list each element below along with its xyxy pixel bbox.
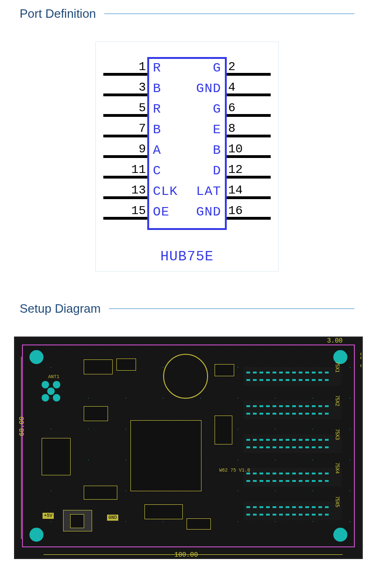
section-title-port: Port Definition xyxy=(20,7,96,21)
section-header-setup: Setup Diagram xyxy=(0,295,374,323)
pcb-board-outline: 75X1 75X2 75X3 75X4 75X5 ANT1 +5V GND W6… xyxy=(22,344,355,547)
pin-label: G xyxy=(213,102,221,116)
dim-height: 68.00 xyxy=(18,416,26,436)
hub75-tag: 75X2 xyxy=(335,395,340,406)
pin-number: 3 xyxy=(122,80,146,94)
pin-number: 15 xyxy=(122,204,146,218)
pin-lead xyxy=(103,217,147,220)
pin-label: A xyxy=(153,143,161,158)
pcb-buzzer xyxy=(163,354,208,399)
hub75-header: 75X2 xyxy=(244,401,342,419)
pin-number: 7 xyxy=(122,122,146,136)
section-divider xyxy=(104,14,354,14)
pcb-mcu xyxy=(130,420,201,491)
pin-label: B xyxy=(153,81,161,96)
pin-number: 13 xyxy=(122,183,146,197)
hub75-header: 75X4 xyxy=(244,468,342,487)
pin-label: D xyxy=(213,164,221,178)
pin-lead xyxy=(103,73,147,76)
pin-label: LAT xyxy=(196,184,221,199)
pin-label: B xyxy=(213,143,221,158)
section-title-setup: Setup Diagram xyxy=(20,301,101,316)
hub75-header: 75X5 xyxy=(244,502,342,520)
hub75-tag: 75X1 xyxy=(335,362,340,373)
pcb-component xyxy=(215,364,234,376)
hub75-tag: 75X3 xyxy=(335,429,340,440)
pin-label: GND xyxy=(196,81,221,96)
dim-width: 100.00 xyxy=(174,551,198,559)
pin-label: R xyxy=(153,102,161,116)
silk-label: W62 75 V1.0 xyxy=(219,468,250,473)
dim-margin: 3.00 xyxy=(42,559,58,559)
pcb-diagram: 75X1 75X2 75X3 75X4 75X5 ANT1 +5V GND W6… xyxy=(14,337,360,559)
pcb-component xyxy=(84,486,117,500)
pcb-component xyxy=(116,359,136,371)
pin-number: 1 xyxy=(122,60,146,74)
mount-hole xyxy=(333,528,347,542)
pin-number: 11 xyxy=(122,163,146,177)
mount-hole xyxy=(29,350,43,364)
pin-lead xyxy=(103,176,147,179)
pin-number: 14 xyxy=(228,183,252,197)
dim-line xyxy=(43,554,343,555)
silk-label: GND xyxy=(107,515,118,521)
port-definition-diagram: 1 R G 2 3 B GND 4 5 R G 6 7 B E 8 9 A B … xyxy=(95,42,279,272)
pin-label: G xyxy=(213,61,221,75)
pin-row: 9 A B 10 xyxy=(96,144,278,165)
pin-label: R xyxy=(153,61,161,75)
pin-label: GND xyxy=(196,205,221,219)
pin-label: OE xyxy=(153,205,170,219)
pin-number: 10 xyxy=(228,142,252,156)
pcb-component xyxy=(84,359,113,374)
pin-lead xyxy=(103,135,147,137)
pin-row: 11 C D 12 xyxy=(96,165,278,185)
pin-label: E xyxy=(213,122,221,137)
pin-row: 15 OE GND 16 xyxy=(96,206,278,226)
pcb-component xyxy=(84,406,108,421)
pcb-component xyxy=(215,416,232,445)
pin-number: 2 xyxy=(228,60,252,74)
pin-number: 9 xyxy=(122,142,146,156)
pcb-power-jack xyxy=(42,438,71,475)
pin-lead xyxy=(103,114,147,117)
pin-number: 12 xyxy=(228,163,252,177)
hub75-tag: 75X5 xyxy=(335,496,340,507)
pin-label: C xyxy=(153,164,161,178)
mount-hole xyxy=(29,528,43,542)
pin-number: 6 xyxy=(228,101,252,115)
dim-margin: 3.00 xyxy=(327,337,343,344)
chip-name: HUB75E xyxy=(96,249,278,265)
pcb-power-pad xyxy=(63,510,92,531)
pin-lead xyxy=(103,196,147,199)
dim-margin: 3.00 xyxy=(14,544,17,559)
silk-label: +5V xyxy=(43,513,54,519)
pin-row: 3 B GND 4 xyxy=(96,82,278,103)
pin-lead xyxy=(103,93,147,96)
pin-row: 5 R G 6 xyxy=(96,103,278,123)
hub75-header: 75X1 xyxy=(244,367,342,386)
section-header-port: Port Definition xyxy=(0,0,374,28)
pin-row: 13 CLK LAT 14 xyxy=(96,185,278,206)
dim-margin: 3.00 xyxy=(360,352,363,368)
pin-row: 1 R G 2 xyxy=(96,62,278,82)
pin-number: 5 xyxy=(122,101,146,115)
section-divider xyxy=(109,308,354,309)
pin-label: B xyxy=(153,122,161,137)
pin-number: 8 xyxy=(228,122,252,136)
pcb-antenna xyxy=(42,381,66,401)
pin-label: CLK xyxy=(153,184,178,199)
pin-number: 4 xyxy=(228,80,252,94)
pcb-component xyxy=(187,518,211,530)
pcb-component xyxy=(144,504,183,519)
pin-number: 16 xyxy=(228,204,252,218)
pin-lead xyxy=(103,155,147,158)
silk-label: ANT1 xyxy=(48,374,59,380)
hub75-header: 75X3 xyxy=(244,434,342,453)
pin-row: 7 B E 8 xyxy=(96,123,278,144)
hub75-tag: 75X4 xyxy=(335,463,340,473)
pcb-frame: 75X1 75X2 75X3 75X4 75X5 ANT1 +5V GND W6… xyxy=(14,337,363,559)
dim-line xyxy=(21,357,22,539)
